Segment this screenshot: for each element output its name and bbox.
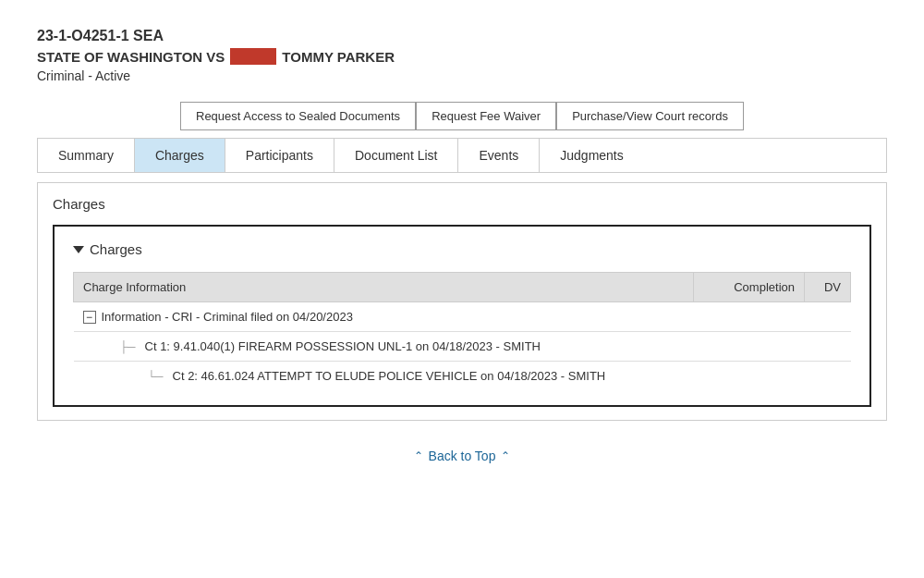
case-type: Criminal - Active [37,68,887,83]
charge-info-cell: − Information - CRI - Criminal filed on … [74,302,694,332]
charges-panel-header: Charges [73,241,851,257]
table-header-row: Charge Information Completion DV [74,273,851,302]
tab-document-list[interactable]: Document List [334,139,458,172]
table-row: └─ Ct 2: 46.61.024 ATTEMPT TO ELUDE POLI… [74,362,851,391]
completion-cell-2 [694,362,805,391]
charge-info-cell: └─ Ct 2: 46.61.024 ATTEMPT TO ELUDE POLI… [74,362,694,391]
tab-events[interactable]: Events [458,139,540,172]
case-number: 23-1-O4251-1 SEA [37,28,887,44]
collapse-charges-icon[interactable] [73,246,84,253]
completion-cell-1 [694,332,805,362]
tabs-container: Summary Charges Participants Document Li… [37,138,887,173]
case-parties: STATE OF WASHINGTON VS TOMMY PARKER [37,48,887,65]
tab-charges[interactable]: Charges [135,139,225,172]
completion-cell-0 [694,302,805,332]
dv-cell-2 [805,362,851,391]
redacted-name [230,48,276,65]
page-container: 23-1-O4251-1 SEA STATE OF WASHINGTON VS … [0,0,924,491]
back-to-top-label: Back to Top [429,449,496,463]
charges-section: Charges Charges Charge Information Compl… [37,182,887,421]
charge-text-1: Ct 1: 9.41.040(1) FIREARM POSSESSION UNL… [145,339,541,353]
col-charge-info-header: Charge Information [74,273,694,302]
parties-prefix: STATE OF WASHINGTON VS [37,49,225,65]
parties-suffix: TOMMY PARKER [282,49,395,65]
charges-panel: Charges Charge Information Completion DV… [53,225,871,407]
dv-cell-0 [805,302,851,332]
col-completion-header: Completion [694,273,805,302]
action-buttons-row: Request Access to Sealed Documents Reque… [37,102,887,130]
tree-line-icon: ├─ [120,340,136,353]
col-dv-header: DV [805,273,851,302]
charge-text-0: Information - CRI - Criminal filed on 04… [102,310,353,324]
charge-info-cell: ├─ Ct 1: 9.41.040(1) FIREARM POSSESSION … [74,332,694,362]
back-to-top[interactable]: ⌃ Back to Top ⌃ [37,449,887,463]
charge-text-2: Ct 2: 46.61.024 ATTEMPT TO ELUDE POLICE … [173,369,606,383]
section-title: Charges [53,196,871,212]
charges-panel-title: Charges [90,241,142,257]
table-row: ├─ Ct 1: 9.41.040(1) FIREARM POSSESSION … [74,332,851,362]
tab-participants[interactable]: Participants [225,139,334,172]
tab-judgments[interactable]: Judgments [540,139,643,172]
purchase-view-btn[interactable]: Purchase/View Court records [556,102,744,130]
chevron-up-icon-right: ⌃ [501,449,510,462]
charges-table: Charge Information Completion DV − Infor… [73,272,851,390]
dv-cell-1 [805,332,851,362]
tree-line-icon: └─ [148,370,164,383]
tab-summary[interactable]: Summary [38,139,135,172]
chevron-up-icon-left: ⌃ [414,449,423,462]
minus-icon[interactable]: − [83,311,96,324]
table-row: − Information - CRI - Criminal filed on … [74,302,851,332]
request-fee-waiver-btn[interactable]: Request Fee Waiver [416,102,556,130]
request-access-btn[interactable]: Request Access to Sealed Documents [180,102,416,130]
